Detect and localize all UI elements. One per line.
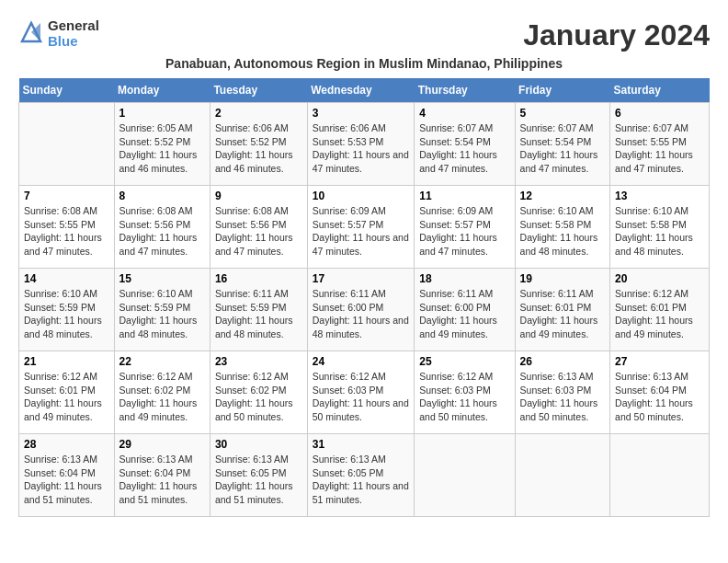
- day-info: Sunrise: 6:12 AMSunset: 6:02 PMDaylight:…: [119, 370, 205, 424]
- calendar-cell: [415, 434, 515, 517]
- calendar-cell: 23Sunrise: 6:12 AMSunset: 6:02 PMDayligh…: [210, 351, 307, 434]
- day-number: 16: [215, 272, 302, 285]
- calendar-week-row: 21Sunrise: 6:12 AMSunset: 6:01 PMDayligh…: [19, 351, 710, 434]
- calendar-cell: 25Sunrise: 6:12 AMSunset: 6:03 PMDayligh…: [415, 351, 515, 434]
- logo-icon: [18, 19, 44, 45]
- day-info: Sunrise: 6:12 AMSunset: 6:01 PMDaylight:…: [615, 287, 704, 341]
- day-number: 10: [313, 190, 410, 202]
- day-number: 18: [419, 272, 509, 285]
- header: General Blue January 2024: [18, 18, 710, 52]
- day-number: 2: [215, 107, 302, 120]
- day-info: Sunrise: 6:12 AMSunset: 6:03 PMDaylight:…: [419, 370, 509, 424]
- day-number: 27: [615, 355, 704, 368]
- day-info: Sunrise: 6:07 AMSunset: 5:54 PMDaylight:…: [419, 121, 509, 176]
- day-number: 15: [119, 272, 205, 285]
- calendar-cell: 9Sunrise: 6:08 AMSunset: 5:56 PMDaylight…: [210, 186, 307, 269]
- day-info: Sunrise: 6:12 AMSunset: 6:02 PMDaylight:…: [215, 370, 302, 424]
- weekday-header-thursday: Thursday: [415, 78, 515, 103]
- logo: General Blue: [18, 18, 99, 49]
- calendar-cell: [610, 434, 710, 517]
- weekday-header-row: SundayMondayTuesdayWednesdayThursdayFrid…: [19, 78, 710, 103]
- calendar-week-row: 14Sunrise: 6:10 AMSunset: 5:59 PMDayligh…: [19, 269, 710, 351]
- calendar-cell: 17Sunrise: 6:11 AMSunset: 6:00 PMDayligh…: [307, 269, 415, 351]
- day-number: 26: [520, 355, 606, 368]
- day-info: Sunrise: 6:13 AMSunset: 6:05 PMDaylight:…: [215, 453, 302, 507]
- day-info: Sunrise: 6:06 AMSunset: 5:52 PMDaylight:…: [215, 121, 302, 176]
- day-number: 20: [615, 272, 704, 285]
- calendar-cell: 12Sunrise: 6:10 AMSunset: 5:58 PMDayligh…: [515, 186, 610, 269]
- month-title: January 2024: [523, 18, 710, 52]
- day-info: Sunrise: 6:06 AMSunset: 5:53 PMDaylight:…: [313, 121, 410, 176]
- day-number: 22: [119, 355, 205, 368]
- calendar-cell: 6Sunrise: 6:07 AMSunset: 5:55 PMDaylight…: [610, 103, 710, 186]
- calendar-week-row: 28Sunrise: 6:13 AMSunset: 6:04 PMDayligh…: [19, 434, 710, 517]
- day-number: 13: [615, 190, 704, 202]
- calendar-cell: 27Sunrise: 6:13 AMSunset: 6:04 PMDayligh…: [610, 351, 710, 434]
- calendar-cell: 19Sunrise: 6:11 AMSunset: 6:01 PMDayligh…: [515, 269, 610, 351]
- day-info: Sunrise: 6:13 AMSunset: 6:04 PMDaylight:…: [615, 370, 704, 424]
- calendar-cell: 8Sunrise: 6:08 AMSunset: 5:56 PMDaylight…: [114, 186, 210, 269]
- calendar-cell: 15Sunrise: 6:10 AMSunset: 5:59 PMDayligh…: [114, 269, 210, 351]
- day-info: Sunrise: 6:13 AMSunset: 6:05 PMDaylight:…: [313, 453, 410, 507]
- calendar-table: SundayMondayTuesdayWednesdayThursdayFrid…: [18, 78, 710, 517]
- day-info: Sunrise: 6:05 AMSunset: 5:52 PMDaylight:…: [119, 121, 205, 176]
- calendar-cell: [19, 103, 115, 186]
- calendar-cell: 7Sunrise: 6:08 AMSunset: 5:55 PMDaylight…: [19, 186, 115, 269]
- weekday-header-friday: Friday: [515, 78, 610, 103]
- calendar-week-row: 1Sunrise: 6:05 AMSunset: 5:52 PMDaylight…: [19, 103, 710, 186]
- day-info: Sunrise: 6:13 AMSunset: 6:04 PMDaylight:…: [24, 453, 109, 507]
- weekday-header-saturday: Saturday: [610, 78, 710, 103]
- calendar-cell: 26Sunrise: 6:13 AMSunset: 6:03 PMDayligh…: [515, 351, 610, 434]
- day-number: 8: [119, 190, 205, 202]
- day-number: 24: [313, 355, 410, 368]
- day-info: Sunrise: 6:11 AMSunset: 6:00 PMDaylight:…: [419, 287, 509, 341]
- day-number: 1: [119, 107, 205, 120]
- calendar-cell: 28Sunrise: 6:13 AMSunset: 6:04 PMDayligh…: [19, 434, 115, 517]
- calendar-cell: 1Sunrise: 6:05 AMSunset: 5:52 PMDaylight…: [114, 103, 210, 186]
- day-number: 7: [24, 190, 109, 202]
- day-number: 11: [419, 190, 509, 202]
- calendar-cell: 20Sunrise: 6:12 AMSunset: 6:01 PMDayligh…: [610, 269, 710, 351]
- calendar-cell: 16Sunrise: 6:11 AMSunset: 5:59 PMDayligh…: [210, 269, 307, 351]
- calendar-cell: 4Sunrise: 6:07 AMSunset: 5:54 PMDaylight…: [415, 103, 515, 186]
- day-info: Sunrise: 6:13 AMSunset: 6:04 PMDaylight:…: [119, 453, 205, 507]
- calendar-cell: 24Sunrise: 6:12 AMSunset: 6:03 PMDayligh…: [307, 351, 415, 434]
- day-number: 3: [313, 107, 410, 120]
- calendar-cell: 22Sunrise: 6:12 AMSunset: 6:02 PMDayligh…: [114, 351, 210, 434]
- weekday-header-monday: Monday: [114, 78, 210, 103]
- day-info: Sunrise: 6:10 AMSunset: 5:59 PMDaylight:…: [119, 287, 205, 341]
- calendar-cell: [515, 434, 610, 517]
- day-info: Sunrise: 6:12 AMSunset: 6:03 PMDaylight:…: [313, 370, 410, 424]
- calendar-cell: 14Sunrise: 6:10 AMSunset: 5:59 PMDayligh…: [19, 269, 115, 351]
- calendar-body: 1Sunrise: 6:05 AMSunset: 5:52 PMDaylight…: [19, 103, 710, 517]
- day-info: Sunrise: 6:07 AMSunset: 5:54 PMDaylight:…: [520, 121, 606, 176]
- calendar-cell: 13Sunrise: 6:10 AMSunset: 5:58 PMDayligh…: [610, 186, 710, 269]
- calendar-cell: 31Sunrise: 6:13 AMSunset: 6:05 PMDayligh…: [307, 434, 415, 517]
- day-number: 6: [615, 107, 704, 120]
- day-info: Sunrise: 6:11 AMSunset: 6:01 PMDaylight:…: [520, 287, 606, 341]
- day-number: 28: [24, 438, 109, 451]
- calendar-cell: 18Sunrise: 6:11 AMSunset: 6:00 PMDayligh…: [415, 269, 515, 351]
- day-info: Sunrise: 6:08 AMSunset: 5:55 PMDaylight:…: [24, 204, 109, 259]
- day-info: Sunrise: 6:09 AMSunset: 5:57 PMDaylight:…: [419, 204, 509, 259]
- calendar-cell: 11Sunrise: 6:09 AMSunset: 5:57 PMDayligh…: [415, 186, 515, 269]
- day-info: Sunrise: 6:10 AMSunset: 5:58 PMDaylight:…: [615, 204, 704, 259]
- day-info: Sunrise: 6:12 AMSunset: 6:01 PMDaylight:…: [24, 370, 109, 424]
- day-number: 14: [24, 272, 109, 285]
- day-info: Sunrise: 6:10 AMSunset: 5:59 PMDaylight:…: [24, 287, 109, 341]
- day-info: Sunrise: 6:08 AMSunset: 5:56 PMDaylight:…: [215, 204, 302, 259]
- weekday-header-sunday: Sunday: [19, 78, 115, 103]
- day-number: 5: [520, 107, 606, 120]
- logo-blue: Blue: [48, 34, 99, 50]
- day-number: 17: [313, 272, 410, 285]
- day-number: 30: [215, 438, 302, 451]
- calendar-cell: 2Sunrise: 6:06 AMSunset: 5:52 PMDaylight…: [210, 103, 307, 186]
- weekday-header-tuesday: Tuesday: [210, 78, 307, 103]
- day-number: 31: [313, 438, 410, 451]
- calendar-cell: 21Sunrise: 6:12 AMSunset: 6:01 PMDayligh…: [19, 351, 115, 434]
- calendar-cell: 3Sunrise: 6:06 AMSunset: 5:53 PMDaylight…: [307, 103, 415, 186]
- weekday-header-wednesday: Wednesday: [307, 78, 415, 103]
- day-info: Sunrise: 6:09 AMSunset: 5:57 PMDaylight:…: [313, 204, 410, 259]
- day-info: Sunrise: 6:07 AMSunset: 5:55 PMDaylight:…: [615, 121, 704, 176]
- calendar-week-row: 7Sunrise: 6:08 AMSunset: 5:55 PMDaylight…: [19, 186, 710, 269]
